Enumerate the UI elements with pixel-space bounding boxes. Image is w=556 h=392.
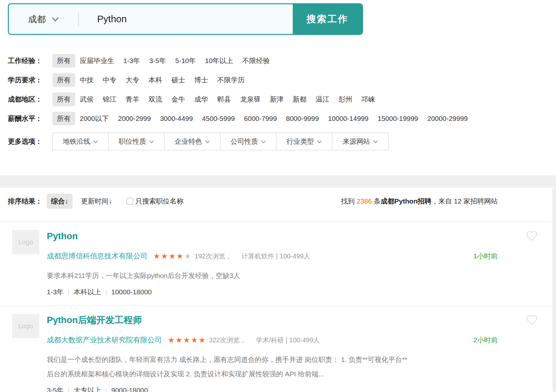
sort-label: 排序结果： — [8, 197, 42, 206]
result-count: 2386 — [356, 197, 372, 205]
filter-option[interactable]: 3-5年 — [145, 54, 170, 68]
filter-option[interactable]: 金牛 — [167, 92, 190, 106]
separator: | — [105, 386, 107, 392]
filter-option[interactable]: 中技 — [75, 73, 98, 87]
dropdown-label: 地铁沿线 — [63, 137, 90, 146]
filter-option[interactable]: 温江 — [311, 92, 334, 106]
company-link[interactable]: 成都思博信科信息技术有限公司 — [47, 251, 148, 261]
filter-row-experience: 工作经验： 所有应届毕业生1-3年3-5年5-10年10年以上不限经验 — [8, 51, 556, 70]
filter-options-experience: 所有应届毕业生1-3年3-5年5-10年10年以上不限经验 — [52, 54, 274, 68]
filter-option[interactable]: 4500-5999 — [198, 112, 239, 125]
dropdown[interactable]: 企业特色 — [165, 133, 220, 150]
filter-option[interactable]: 龙泉驿 — [235, 92, 265, 106]
filter-option[interactable]: 2000以下 — [75, 112, 113, 125]
view-count: 192次浏览， — [195, 252, 232, 261]
job-card: Logo Python后端开发工程师 成都大数据产业技术研究院有限公司 ★★★★… — [0, 305, 552, 392]
dropdown[interactable]: 公司性质 — [220, 133, 276, 150]
filter-option[interactable]: 2000-2999 — [113, 112, 155, 125]
filter-option[interactable]: 新津 — [265, 92, 288, 106]
scrollbar[interactable] — [552, 188, 556, 392]
filter-option[interactable]: 不限学历 — [213, 73, 249, 87]
job-education: 大专以上 — [74, 386, 101, 392]
chevron-down-icon — [149, 140, 154, 144]
filter-option[interactable]: 所有 — [52, 54, 75, 68]
filter-option[interactable]: 20000-29999 — [423, 112, 473, 125]
dropdown[interactable]: 行业类型 — [276, 133, 332, 150]
filter-option[interactable]: 15000-19999 — [373, 112, 423, 125]
job-description-line: 我们是一个成长型的团队，年轻而富有活力 成长路上，愿有志同道合的你，携手并进 岗… — [47, 352, 498, 367]
job-meta: 3-5年 | 大专以上 | 9000-18000 — [47, 386, 498, 392]
checkbox-label[interactable]: 只搜索职位名称 — [135, 197, 183, 206]
dropdown[interactable]: 职位性质 — [109, 133, 165, 150]
chevron-down-icon — [52, 17, 59, 22]
more-options-dropdowns: 地铁沿线 职位性质 企业特色 公司性质 行业类型 — [52, 133, 389, 150]
dropdown-label: 公司性质 — [231, 137, 258, 146]
filter-option[interactable]: 1-3年 — [119, 54, 145, 68]
search-button[interactable]: 搜索工作 — [293, 4, 362, 34]
job-experience: 1-3年 — [47, 287, 63, 297]
filter-row-education: 学历要求： 所有中技中专大专本科硕士博士不限学历 — [8, 70, 556, 90]
filter-option[interactable]: 成华 — [190, 92, 213, 106]
filter-option[interactable]: 硕士 — [167, 73, 190, 87]
search-input[interactable] — [79, 4, 293, 34]
posted-time: 1小时前 — [473, 252, 498, 261]
filter-option[interactable]: 应届毕业生 — [75, 54, 119, 68]
filter-options-salary: 所有2000以下2000-29993000-44994500-59996000-… — [52, 112, 472, 125]
city-selector[interactable]: 成都 — [9, 4, 78, 34]
result-keyword: 成都Python招聘 — [381, 197, 431, 205]
search-bar: 成都 搜索工作 — [8, 3, 363, 35]
filter-option[interactable]: 大专 — [121, 73, 144, 87]
filter-option[interactable]: 3000-4499 — [155, 112, 197, 125]
result-suffix: ，来自 12 家招聘网站 — [431, 197, 498, 205]
filter-option[interactable]: 5-10年 — [171, 54, 200, 68]
job-title-link[interactable]: Python — [47, 230, 78, 242]
filter-option[interactable]: 8000-9999 — [281, 112, 323, 125]
filter-option[interactable]: 所有 — [52, 92, 75, 106]
dropdown[interactable]: 地铁沿线 — [53, 133, 109, 150]
dropdown[interactable]: 来源网站 — [332, 133, 388, 150]
filter-option[interactable]: 不限经验 — [238, 54, 274, 68]
chevron-down-icon — [261, 140, 266, 144]
company-link[interactable]: 成都大数据产业技术研究院有限公司 — [47, 335, 162, 345]
filter-option[interactable]: 10年以上 — [200, 54, 238, 68]
job-experience: 3-5年 — [47, 386, 63, 392]
filter-label-experience: 工作经验： — [8, 56, 52, 65]
filter-option[interactable]: 所有 — [52, 112, 75, 125]
job-title-link[interactable]: Python后端开发工程师 — [47, 314, 142, 326]
filter-label-district: 成都地区： — [8, 95, 52, 104]
industry-size: 学术/科研 | 100-499人 — [256, 336, 320, 345]
sort-update-time-button[interactable]: 更新时间↓ — [81, 197, 112, 206]
separator: | — [68, 386, 69, 392]
chevron-down-icon — [93, 140, 98, 144]
filter-option[interactable]: 郫县 — [213, 92, 235, 106]
company-logo-placeholder: Logo — [12, 230, 39, 254]
favorite-heart-icon[interactable] — [526, 314, 538, 326]
dropdown-label: 企业特色 — [175, 137, 202, 146]
star-filled-icons: ★★★★ — [153, 252, 184, 260]
sort-comprehensive-button[interactable]: 综合↓ — [47, 194, 73, 209]
filter-option[interactable]: 10000-14999 — [323, 112, 373, 125]
filter-option[interactable]: 博士 — [190, 73, 213, 87]
checkbox-job-title-only[interactable] — [126, 198, 133, 205]
industry-size: 计算机软件 | 100-499人 — [241, 252, 310, 261]
filter-option[interactable]: 新都 — [288, 92, 311, 106]
filter-option[interactable]: 6000-7999 — [239, 112, 281, 125]
filter-option[interactable]: 中专 — [98, 73, 121, 87]
posted-time: 2小时前 — [473, 335, 498, 345]
dropdown-label: 行业类型 — [287, 137, 314, 146]
filter-option[interactable]: 所有 — [52, 73, 75, 87]
filter-option[interactable]: 青羊 — [121, 92, 144, 106]
chevron-down-icon — [317, 140, 322, 144]
sort-bar: 排序结果： 综合↓ 更新时间↓ 只搜索职位名称 找到 2386 条成都Pytho… — [8, 193, 498, 209]
job-meta: 1-3年 | 本科以上 | 10000-18000 — [47, 287, 498, 297]
chevron-down-icon — [205, 140, 210, 144]
filter-option[interactable]: 邛崃 — [357, 92, 380, 106]
filter-option[interactable]: 双流 — [144, 92, 167, 106]
filter-option[interactable]: 锦江 — [98, 92, 121, 106]
filter-option[interactable]: 本科 — [144, 73, 167, 87]
favorite-heart-icon[interactable] — [526, 230, 538, 242]
filter-option[interactable]: 彭州 — [334, 92, 357, 106]
filter-options-district: 所有武侯锦江青羊双流金牛成华郫县龙泉驿新津新都温江彭州邛崃 — [52, 92, 380, 106]
filter-option[interactable]: 武侯 — [75, 92, 98, 106]
job-card: Logo Python 成都思博信科信息技术有限公司 ★★★★★ 192次浏览，… — [0, 221, 552, 305]
